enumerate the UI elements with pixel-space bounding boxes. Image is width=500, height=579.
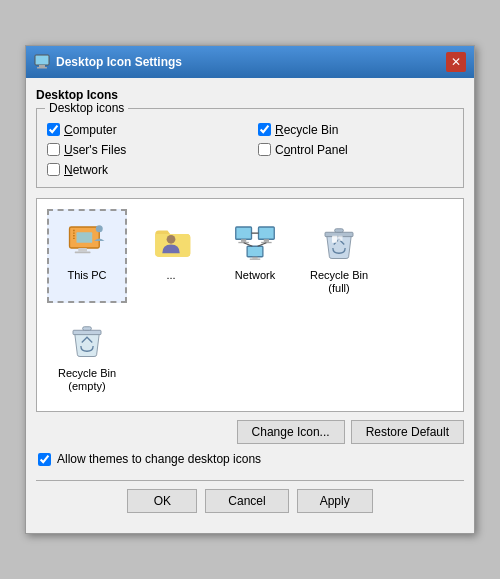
checkboxes-grid: Computer Recycle Bin User's Files Contro… xyxy=(47,123,453,177)
checkbox-computer[interactable]: Computer xyxy=(47,123,242,137)
svg-rect-30 xyxy=(73,330,101,334)
apply-button[interactable]: Apply xyxy=(297,489,373,513)
checkbox-network-label: Network xyxy=(64,163,108,177)
checkbox-recycle-bin-label: Recycle Bin xyxy=(275,123,338,137)
svg-rect-23 xyxy=(250,258,261,259)
allow-themes-checkbox[interactable] xyxy=(38,453,51,466)
svg-rect-15 xyxy=(241,239,246,242)
icon-users-files[interactable]: ... xyxy=(131,209,211,303)
checkbox-users-files[interactable]: User's Files xyxy=(47,143,242,157)
icon-network-label: Network xyxy=(235,269,275,282)
recycle-empty-icon xyxy=(63,315,111,363)
svg-point-12 xyxy=(96,225,103,232)
recycle-full-icon xyxy=(315,217,363,265)
svg-rect-0 xyxy=(35,55,49,65)
cancel-button[interactable]: Cancel xyxy=(205,489,288,513)
icon-this-pc-label: This PC xyxy=(67,269,106,282)
checkbox-control-panel-label: Control Panel xyxy=(275,143,348,157)
svg-rect-1 xyxy=(39,65,45,67)
allow-themes-label: Allow themes to change desktop icons xyxy=(57,452,261,466)
svg-rect-14 xyxy=(236,227,252,239)
icons-area: This PC ... xyxy=(36,198,464,413)
svg-rect-28 xyxy=(332,235,337,242)
restore-default-button[interactable]: Restore Default xyxy=(351,420,464,444)
checkbox-computer-input[interactable] xyxy=(47,123,60,136)
svg-rect-5 xyxy=(77,232,93,243)
checkbox-recycle-bin-input[interactable] xyxy=(258,123,271,136)
checkbox-users-files-input[interactable] xyxy=(47,143,60,156)
checkbox-network[interactable]: Network xyxy=(47,163,242,177)
svg-rect-21 xyxy=(247,246,263,257)
checkbox-network-input[interactable] xyxy=(47,163,60,176)
svg-rect-2 xyxy=(37,67,47,69)
desktop-icons-group: Desktop icons Computer Recycle Bin User'… xyxy=(36,108,464,188)
ok-button[interactable]: OK xyxy=(127,489,197,513)
icon-recycle-bin-empty[interactable]: Recycle Bin(empty) xyxy=(47,307,127,401)
checkbox-users-files-label: User's Files xyxy=(64,143,126,157)
desktop-icons-label: Desktop Icons xyxy=(36,88,464,102)
icon-recycle-empty-label: Recycle Bin(empty) xyxy=(58,367,116,393)
icon-recycle-bin-full[interactable]: Recycle Bin(full) xyxy=(299,209,379,303)
checkbox-control-panel[interactable]: Control Panel xyxy=(258,143,453,157)
svg-rect-10 xyxy=(78,248,87,252)
icon-users-files-label: ... xyxy=(166,269,175,282)
this-pc-icon xyxy=(63,217,111,265)
group-title: Desktop icons xyxy=(45,101,128,115)
icon-recycle-full-label: Recycle Bin(full) xyxy=(310,269,368,295)
dialog-window: Desktop Icon Settings ✕ Desktop Icons De… xyxy=(25,45,475,535)
svg-rect-22 xyxy=(252,256,257,258)
checkbox-computer-label: Computer xyxy=(64,123,117,137)
users-files-icon xyxy=(147,217,195,265)
svg-rect-27 xyxy=(335,228,344,232)
svg-rect-18 xyxy=(264,239,269,242)
window-body: Desktop Icons Desktop icons Computer Rec… xyxy=(26,78,474,534)
close-button[interactable]: ✕ xyxy=(446,52,466,72)
network-icon xyxy=(231,217,279,265)
change-icon-button[interactable]: Change Icon... xyxy=(237,420,345,444)
window-title: Desktop Icon Settings xyxy=(56,55,182,69)
icon-network[interactable]: Network xyxy=(215,209,295,303)
title-bar-left: Desktop Icon Settings xyxy=(34,54,182,70)
checkbox-control-panel-input[interactable] xyxy=(258,143,271,156)
window-icon xyxy=(34,54,50,70)
footer-buttons: OK Cancel Apply xyxy=(36,489,464,523)
allow-themes-checkbox-row[interactable]: Allow themes to change desktop icons xyxy=(36,452,464,466)
svg-rect-31 xyxy=(83,327,92,331)
svg-rect-29 xyxy=(338,235,342,240)
svg-point-13 xyxy=(167,235,176,244)
icon-this-pc[interactable]: This PC xyxy=(47,209,127,303)
svg-rect-17 xyxy=(259,227,275,239)
footer-divider xyxy=(36,480,464,481)
checkbox-recycle-bin[interactable]: Recycle Bin xyxy=(258,123,453,137)
svg-rect-11 xyxy=(75,251,91,253)
icon-action-buttons: Change Icon... Restore Default xyxy=(36,420,464,444)
title-bar: Desktop Icon Settings ✕ xyxy=(26,46,474,78)
